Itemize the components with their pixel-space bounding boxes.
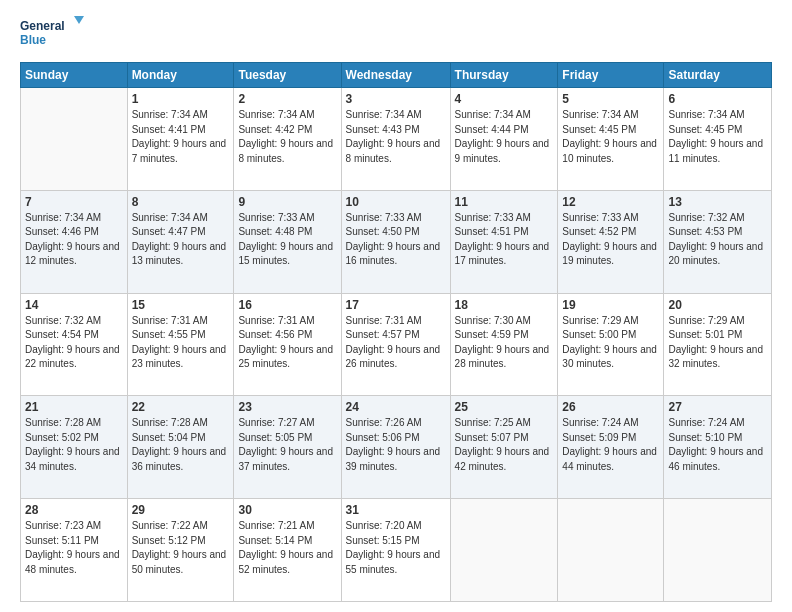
day-info: Sunrise: 7:34 AMSunset: 4:41 PMDaylight:… (132, 108, 230, 166)
day-cell: 17Sunrise: 7:31 AMSunset: 4:57 PMDayligh… (341, 293, 450, 396)
day-number: 25 (455, 400, 554, 414)
day-cell (450, 499, 558, 602)
day-number: 21 (25, 400, 123, 414)
day-number: 20 (668, 298, 767, 312)
day-info: Sunrise: 7:31 AMSunset: 4:55 PMDaylight:… (132, 314, 230, 372)
day-number: 7 (25, 195, 123, 209)
day-info: Sunrise: 7:33 AMSunset: 4:48 PMDaylight:… (238, 211, 336, 269)
day-cell: 26Sunrise: 7:24 AMSunset: 5:09 PMDayligh… (558, 396, 664, 499)
calendar-table: SundayMondayTuesdayWednesdayThursdayFrid… (20, 62, 772, 602)
day-number: 29 (132, 503, 230, 517)
week-row-2: 7Sunrise: 7:34 AMSunset: 4:46 PMDaylight… (21, 190, 772, 293)
day-info: Sunrise: 7:30 AMSunset: 4:59 PMDaylight:… (455, 314, 554, 372)
day-cell: 3Sunrise: 7:34 AMSunset: 4:43 PMDaylight… (341, 88, 450, 191)
day-cell: 5Sunrise: 7:34 AMSunset: 4:45 PMDaylight… (558, 88, 664, 191)
day-cell: 11Sunrise: 7:33 AMSunset: 4:51 PMDayligh… (450, 190, 558, 293)
day-info: Sunrise: 7:28 AMSunset: 5:02 PMDaylight:… (25, 416, 123, 474)
day-info: Sunrise: 7:28 AMSunset: 5:04 PMDaylight:… (132, 416, 230, 474)
day-cell: 27Sunrise: 7:24 AMSunset: 5:10 PMDayligh… (664, 396, 772, 499)
week-row-1: 1Sunrise: 7:34 AMSunset: 4:41 PMDaylight… (21, 88, 772, 191)
day-info: Sunrise: 7:27 AMSunset: 5:05 PMDaylight:… (238, 416, 336, 474)
weekday-header-friday: Friday (558, 63, 664, 88)
svg-text:Blue: Blue (20, 33, 46, 47)
day-cell: 7Sunrise: 7:34 AMSunset: 4:46 PMDaylight… (21, 190, 128, 293)
day-cell: 14Sunrise: 7:32 AMSunset: 4:54 PMDayligh… (21, 293, 128, 396)
day-cell: 19Sunrise: 7:29 AMSunset: 5:00 PMDayligh… (558, 293, 664, 396)
day-cell: 29Sunrise: 7:22 AMSunset: 5:12 PMDayligh… (127, 499, 234, 602)
svg-marker-2 (74, 16, 84, 24)
day-info: Sunrise: 7:31 AMSunset: 4:57 PMDaylight:… (346, 314, 446, 372)
day-cell (558, 499, 664, 602)
day-info: Sunrise: 7:21 AMSunset: 5:14 PMDaylight:… (238, 519, 336, 577)
day-info: Sunrise: 7:33 AMSunset: 4:52 PMDaylight:… (562, 211, 659, 269)
day-number: 3 (346, 92, 446, 106)
day-number: 26 (562, 400, 659, 414)
day-info: Sunrise: 7:29 AMSunset: 5:01 PMDaylight:… (668, 314, 767, 372)
day-cell: 4Sunrise: 7:34 AMSunset: 4:44 PMDaylight… (450, 88, 558, 191)
day-cell (664, 499, 772, 602)
day-cell: 1Sunrise: 7:34 AMSunset: 4:41 PMDaylight… (127, 88, 234, 191)
day-info: Sunrise: 7:33 AMSunset: 4:51 PMDaylight:… (455, 211, 554, 269)
day-number: 5 (562, 92, 659, 106)
day-number: 8 (132, 195, 230, 209)
day-info: Sunrise: 7:31 AMSunset: 4:56 PMDaylight:… (238, 314, 336, 372)
day-cell: 28Sunrise: 7:23 AMSunset: 5:11 PMDayligh… (21, 499, 128, 602)
day-cell: 22Sunrise: 7:28 AMSunset: 5:04 PMDayligh… (127, 396, 234, 499)
day-number: 27 (668, 400, 767, 414)
week-row-4: 21Sunrise: 7:28 AMSunset: 5:02 PMDayligh… (21, 396, 772, 499)
day-number: 15 (132, 298, 230, 312)
day-info: Sunrise: 7:34 AMSunset: 4:46 PMDaylight:… (25, 211, 123, 269)
day-info: Sunrise: 7:34 AMSunset: 4:42 PMDaylight:… (238, 108, 336, 166)
day-info: Sunrise: 7:34 AMSunset: 4:44 PMDaylight:… (455, 108, 554, 166)
day-cell: 18Sunrise: 7:30 AMSunset: 4:59 PMDayligh… (450, 293, 558, 396)
day-info: Sunrise: 7:29 AMSunset: 5:00 PMDaylight:… (562, 314, 659, 372)
day-number: 11 (455, 195, 554, 209)
day-info: Sunrise: 7:32 AMSunset: 4:54 PMDaylight:… (25, 314, 123, 372)
day-info: Sunrise: 7:34 AMSunset: 4:47 PMDaylight:… (132, 211, 230, 269)
day-info: Sunrise: 7:34 AMSunset: 4:43 PMDaylight:… (346, 108, 446, 166)
day-number: 28 (25, 503, 123, 517)
logo-icon: General Blue (20, 16, 88, 52)
day-cell: 2Sunrise: 7:34 AMSunset: 4:42 PMDaylight… (234, 88, 341, 191)
day-cell: 21Sunrise: 7:28 AMSunset: 5:02 PMDayligh… (21, 396, 128, 499)
day-cell: 16Sunrise: 7:31 AMSunset: 4:56 PMDayligh… (234, 293, 341, 396)
day-info: Sunrise: 7:24 AMSunset: 5:09 PMDaylight:… (562, 416, 659, 474)
day-info: Sunrise: 7:20 AMSunset: 5:15 PMDaylight:… (346, 519, 446, 577)
day-cell: 23Sunrise: 7:27 AMSunset: 5:05 PMDayligh… (234, 396, 341, 499)
day-cell: 9Sunrise: 7:33 AMSunset: 4:48 PMDaylight… (234, 190, 341, 293)
day-cell: 6Sunrise: 7:34 AMSunset: 4:45 PMDaylight… (664, 88, 772, 191)
week-row-3: 14Sunrise: 7:32 AMSunset: 4:54 PMDayligh… (21, 293, 772, 396)
svg-text:General: General (20, 19, 65, 33)
day-info: Sunrise: 7:24 AMSunset: 5:10 PMDaylight:… (668, 416, 767, 474)
weekday-header-monday: Monday (127, 63, 234, 88)
day-number: 16 (238, 298, 336, 312)
day-number: 4 (455, 92, 554, 106)
day-info: Sunrise: 7:22 AMSunset: 5:12 PMDaylight:… (132, 519, 230, 577)
day-number: 22 (132, 400, 230, 414)
day-number: 1 (132, 92, 230, 106)
day-cell (21, 88, 128, 191)
day-info: Sunrise: 7:26 AMSunset: 5:06 PMDaylight:… (346, 416, 446, 474)
day-number: 2 (238, 92, 336, 106)
day-number: 18 (455, 298, 554, 312)
weekday-header-tuesday: Tuesday (234, 63, 341, 88)
weekday-header-saturday: Saturday (664, 63, 772, 88)
week-row-5: 28Sunrise: 7:23 AMSunset: 5:11 PMDayligh… (21, 499, 772, 602)
day-cell: 10Sunrise: 7:33 AMSunset: 4:50 PMDayligh… (341, 190, 450, 293)
day-cell: 30Sunrise: 7:21 AMSunset: 5:14 PMDayligh… (234, 499, 341, 602)
day-cell: 25Sunrise: 7:25 AMSunset: 5:07 PMDayligh… (450, 396, 558, 499)
logo: General Blue (20, 16, 88, 52)
day-info: Sunrise: 7:32 AMSunset: 4:53 PMDaylight:… (668, 211, 767, 269)
day-cell: 15Sunrise: 7:31 AMSunset: 4:55 PMDayligh… (127, 293, 234, 396)
day-info: Sunrise: 7:25 AMSunset: 5:07 PMDaylight:… (455, 416, 554, 474)
day-cell: 20Sunrise: 7:29 AMSunset: 5:01 PMDayligh… (664, 293, 772, 396)
day-number: 17 (346, 298, 446, 312)
day-number: 10 (346, 195, 446, 209)
day-number: 13 (668, 195, 767, 209)
day-number: 9 (238, 195, 336, 209)
day-number: 6 (668, 92, 767, 106)
weekday-header-row: SundayMondayTuesdayWednesdayThursdayFrid… (21, 63, 772, 88)
day-number: 24 (346, 400, 446, 414)
day-number: 12 (562, 195, 659, 209)
weekday-header-sunday: Sunday (21, 63, 128, 88)
